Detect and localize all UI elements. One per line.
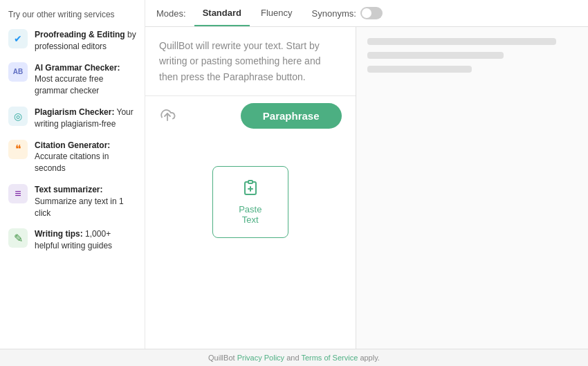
footer-text-before: QuillBot <box>208 354 237 362</box>
citation-icon: ❝ <box>8 140 28 159</box>
main-content: Modes: Standard Fluency Synonyms: QuillB… <box>145 0 588 349</box>
sidebar-item-grammar-text: AI Grammar Checker: Most accurate free g… <box>35 62 136 97</box>
input-pane[interactable]: QuillBot will rewrite your text. Start b… <box>145 27 356 349</box>
sidebar-item-citation-text: Citation Generator: Accurate citations i… <box>35 140 136 174</box>
output-line-1 <box>367 38 556 45</box>
paste-label: Paste Text <box>232 204 268 225</box>
footer-terms-link[interactable]: Terms of Service <box>301 354 358 362</box>
sidebar-item-plagiarism[interactable]: ◎ Plagiarism Checker: Your writing plagi… <box>8 107 136 130</box>
grammar-icon: AB <box>8 62 28 82</box>
modes-label: Modes: <box>156 1 186 26</box>
plagiarism-icon: ◎ <box>8 107 28 126</box>
sidebar-item-tips-text: Writing tips: 1,000+ helpful writing gui… <box>35 228 136 252</box>
svg-rect-0 <box>248 181 252 183</box>
main-layout: Try our other writing services ✔ Proofre… <box>0 0 588 349</box>
editor-area: QuillBot will rewrite your text. Start b… <box>145 27 588 349</box>
sidebar-item-summarizer[interactable]: ≡ Text summarizer: Summarize any text in… <box>8 184 136 219</box>
summarizer-icon: ≡ <box>8 184 28 203</box>
sidebar: Try our other writing services ✔ Proofre… <box>0 0 145 349</box>
editor-placeholder: QuillBot will rewrite your text. Start b… <box>145 27 356 95</box>
synonyms-label: Synonyms: <box>312 8 356 19</box>
paste-icon <box>242 179 259 200</box>
sidebar-item-citation[interactable]: ❝ Citation Generator: Accurate citations… <box>8 140 136 174</box>
sidebar-item-proofreading-text: Proofreading & Editing by professional e… <box>35 29 136 53</box>
sidebar-title: Try our other writing services <box>8 10 136 19</box>
paraphrase-button[interactable]: Paraphrase <box>241 103 342 129</box>
output-line-3 <box>367 66 472 73</box>
output-line-2 <box>367 52 504 59</box>
footer-privacy-link[interactable]: Privacy Policy <box>237 354 284 362</box>
tips-icon: ✎ <box>8 228 28 248</box>
proofreading-icon: ✔ <box>8 29 28 48</box>
upload-icon[interactable] <box>159 107 176 125</box>
sidebar-item-summarizer-text: Text summarizer: Summarize any text in 1… <box>35 184 136 219</box>
paste-button-area: Paste Text <box>212 166 288 238</box>
tab-fluency[interactable]: Fluency <box>252 1 301 26</box>
tab-standard[interactable]: Standard <box>194 1 250 26</box>
output-pane <box>356 27 589 349</box>
sidebar-item-tips[interactable]: ✎ Writing tips: 1,000+ helpful writing g… <box>8 228 136 252</box>
tab-synonyms[interactable]: Synonyms: <box>304 0 391 26</box>
footer-text-after: apply. <box>360 354 380 362</box>
footer: QuillBot Privacy Policy and Terms of Ser… <box>0 349 588 366</box>
bottom-bar: Paraphrase <box>145 95 356 136</box>
footer-text-middle: and <box>286 354 301 362</box>
paste-button[interactable]: Paste Text <box>212 166 288 238</box>
sidebar-item-plagiarism-text: Plagiarism Checker: Your writing plagiar… <box>35 107 136 130</box>
synonyms-toggle[interactable] <box>360 7 383 19</box>
tabs-bar: Modes: Standard Fluency Synonyms: <box>145 0 588 27</box>
sidebar-item-proofreading[interactable]: ✔ Proofreading & Editing by professional… <box>8 29 136 53</box>
sidebar-item-grammar[interactable]: AB AI Grammar Checker: Most accurate fre… <box>8 62 136 97</box>
